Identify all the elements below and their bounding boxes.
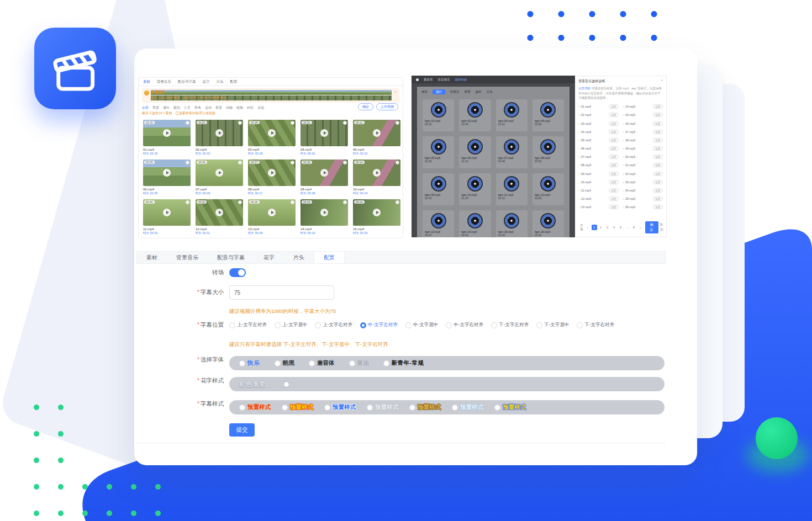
- panel-description-link[interactable]: 点击试听: [578, 87, 590, 90]
- gallery-filter-link[interactable]: 运动: [205, 105, 212, 110]
- subtitle-size-input[interactable]: [229, 285, 334, 300]
- preview-button[interactable]: 试听: [609, 172, 619, 176]
- gallery-filter-link[interactable]: 夜景: [215, 105, 222, 110]
- position-radio-option[interactable]: 中-文字居中: [405, 322, 438, 328]
- huazi-style-value[interactable]: 彩色渐变: [239, 380, 266, 389]
- font-radio-option[interactable]: 酷黑: [275, 359, 294, 367]
- video-card[interactable]: 00:14 10.mp4 时长 00:14: [353, 160, 400, 195]
- track-list-row[interactable]: ♪03.mp3 试听: [578, 119, 619, 127]
- track-list-row[interactable]: ♪23.mp3 试听: [623, 178, 663, 186]
- modal-header-link[interactable]: 返回列表: [455, 78, 467, 82]
- select-checkbox[interactable]: [186, 121, 189, 125]
- radio-icon[interactable]: [349, 360, 355, 366]
- track-list-row[interactable]: ♪08.mp3 试听: [578, 161, 619, 169]
- position-radio-option[interactable]: 上-文字右对齐: [315, 322, 352, 328]
- page-button[interactable]: ›: [638, 225, 644, 230]
- cancel-button[interactable]: 取消: [660, 222, 663, 232]
- gallery-tab[interactable]: 背景音乐: [157, 79, 171, 84]
- radio-icon[interactable]: [309, 360, 315, 366]
- video-thumbnail[interactable]: 00:15: [143, 120, 191, 146]
- music-card[interactable]: ♪ bgm-01.mp3 00:30: [423, 99, 454, 131]
- gallery-tab[interactable]: 配音与字幕: [178, 79, 196, 84]
- track-list-row[interactable]: ♪21.mp3 试听: [623, 161, 663, 169]
- gallery-filter-link[interactable]: 人文: [184, 105, 191, 110]
- radio-icon[interactable]: [229, 322, 235, 328]
- font-radio-option[interactable]: 快乐: [239, 359, 260, 367]
- select-checkbox[interactable]: [396, 121, 399, 125]
- radio-icon[interactable]: [367, 405, 373, 411]
- radio-icon[interactable]: [239, 360, 245, 366]
- radio-icon[interactable]: [282, 405, 288, 411]
- gallery-filter-link[interactable]: 航拍: [173, 105, 180, 110]
- subtitle-style-option[interactable]: 预置样式: [367, 403, 398, 411]
- page-button[interactable]: 1: [592, 225, 597, 230]
- track-list-row[interactable]: ♪14.mp3 试听: [623, 103, 663, 111]
- preview-button[interactable]: 试听: [609, 146, 619, 151]
- close-icon[interactable]: ×: [394, 90, 397, 94]
- page-button[interactable]: …: [625, 225, 630, 230]
- preview-button[interactable]: 试听: [609, 205, 619, 209]
- select-checkbox[interactable]: [186, 161, 189, 164]
- track-list-row[interactable]: ♪07.mp3 试听: [578, 153, 619, 161]
- music-card[interactable]: ♪ bgm-14.mp3 00:39: [459, 210, 491, 237]
- video-thumbnail[interactable]: 00:20: [143, 199, 191, 226]
- music-category-tab[interactable]: 推荐: [421, 90, 428, 94]
- select-checkbox[interactable]: [291, 121, 294, 125]
- music-card[interactable]: ♪ bgm-08.mp3 00:52: [532, 136, 564, 168]
- radio-icon[interactable]: [446, 322, 452, 328]
- video-card[interactable]: 00:31 04.mp4 时长 00:31: [300, 120, 348, 156]
- track-list-row[interactable]: ♪13.mp3 试听: [578, 203, 619, 211]
- position-radio-option[interactable]: 上-文字居中: [275, 322, 307, 328]
- preview-button[interactable]: 试听: [653, 163, 663, 167]
- select-checkbox[interactable]: [238, 121, 242, 125]
- preview-button[interactable]: 试听: [609, 130, 619, 134]
- select-checkbox[interactable]: [291, 200, 294, 204]
- gallery-action-button[interactable]: 确定: [358, 103, 373, 110]
- select-checkbox[interactable]: [238, 200, 242, 204]
- position-radio-option[interactable]: 下-文字左对齐: [491, 322, 529, 328]
- video-card[interactable]: 00:28 09.mp4 时长 00:28: [300, 160, 348, 195]
- page-button[interactable]: ‹: [585, 225, 590, 230]
- select-checkbox[interactable]: [238, 161, 242, 164]
- music-card[interactable]: ♪ bgm-12.mp3 00:55: [532, 173, 564, 205]
- music-card[interactable]: ♪ bgm-04.mp3 00:58: [532, 99, 564, 131]
- video-thumbnail[interactable]: 00:31: [300, 120, 348, 146]
- music-card[interactable]: ♪ bgm-16.mp3 00:42: [532, 210, 564, 237]
- subtitle-style-option[interactable]: 预置样式: [409, 403, 441, 411]
- video-thumbnail[interactable]: 00:19: [300, 199, 348, 226]
- video-thumbnail[interactable]: 00:11: [196, 199, 243, 226]
- page-button[interactable]: 5: [618, 225, 624, 230]
- radio-icon[interactable]: [360, 322, 366, 328]
- track-list-row[interactable]: ♪05.mp3 试听: [578, 136, 619, 144]
- video-card[interactable]: 00:26 13.mp4 时长 00:26: [248, 199, 296, 235]
- video-card[interactable]: 00:19 14.mp4 时长 00:19: [300, 199, 348, 235]
- select-checkbox[interactable]: [396, 161, 399, 164]
- music-card[interactable]: ♪ bgm-15.mp3 01:08: [496, 210, 528, 237]
- video-card[interactable]: 00:12 05.mp4 时长 00:12: [353, 120, 400, 156]
- subtitle-style-option[interactable]: 预置样式: [239, 403, 271, 411]
- video-card[interactable]: 00:11 12.mp4 时长 00:11: [196, 199, 243, 235]
- preview-button[interactable]: 试听: [609, 138, 619, 142]
- music-card[interactable]: ♪ bgm-13.mp3 00:47: [423, 210, 454, 237]
- gallery-filter-link[interactable]: 城市: [163, 105, 170, 110]
- music-category-tab[interactable]: 流行: [433, 89, 445, 94]
- gallery-filter-link[interactable]: 植物: [236, 105, 243, 110]
- music-card[interactable]: ♪ bgm-05.mp3 00:36: [423, 136, 454, 168]
- gallery-tab[interactable]: 花字: [203, 79, 210, 84]
- track-list-row[interactable]: ♪15.mp3 试听: [623, 111, 663, 119]
- settings-tab[interactable]: 花字: [254, 252, 284, 263]
- select-checkbox[interactable]: [343, 121, 347, 125]
- music-category-tab[interactable]: 轻音乐: [450, 90, 460, 94]
- track-list-row[interactable]: ♪01.mp3 试听: [578, 103, 619, 111]
- music-card[interactable]: ♪ bgm-06.mp3 01:12: [459, 136, 491, 168]
- preview-button[interactable]: 试听: [653, 130, 663, 134]
- huazi-radio-icon[interactable]: [283, 381, 289, 387]
- track-list-row[interactable]: ♪10.mp3 试听: [578, 178, 619, 186]
- subtitle-style-option[interactable]: 预置样式: [452, 403, 483, 411]
- preview-button[interactable]: 试听: [609, 121, 619, 126]
- preview-button[interactable]: 试听: [609, 188, 619, 193]
- radio-icon[interactable]: [577, 322, 583, 328]
- radio-icon[interactable]: [494, 405, 500, 411]
- radio-icon[interactable]: [383, 360, 389, 366]
- page-button[interactable]: 4: [611, 225, 617, 230]
